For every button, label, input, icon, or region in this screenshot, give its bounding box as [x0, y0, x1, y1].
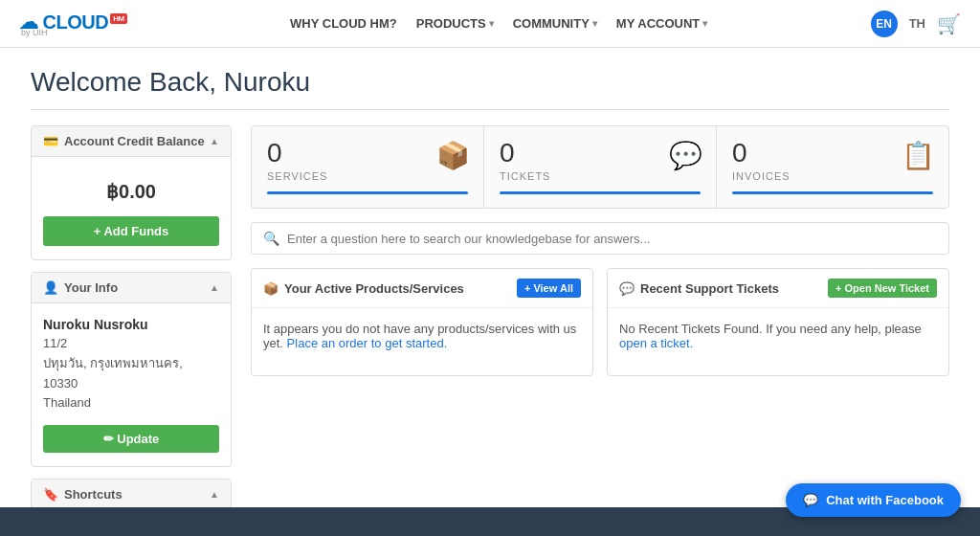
open-ticket-link[interactable]: open a ticket.: [619, 336, 693, 350]
place-order-link[interactable]: Place an order to get started.: [287, 336, 448, 350]
chat-icon: 💬: [803, 493, 818, 507]
stat-invoices: 📋 0 INVOICES: [717, 126, 948, 208]
invoices-icon: 📋: [902, 140, 935, 171]
credit-balance-collapse-icon[interactable]: ▲: [210, 136, 219, 146]
active-products-title: Your Active Products/Services: [284, 281, 464, 296]
view-all-button[interactable]: + View All: [517, 279, 581, 298]
no-tickets-text: No Recent Tickets Found. If you need any…: [619, 322, 922, 336]
products-panel-icon: 📦: [263, 281, 278, 296]
main-grid: 💳 Account Credit Balance ▲ ฿0.00 + Add F…: [31, 125, 949, 536]
address-line2: ปทุมวัน, กรุงเทพมหานคร, 10330: [43, 356, 183, 391]
nav-why-cloud[interactable]: WHY CLOUD HM?: [290, 16, 397, 31]
navbar: ☁ CLOUDHM by UIH WHY CLOUD HM? PRODUCTS …: [0, 0, 980, 48]
navbar-right: EN TH 🛒: [871, 11, 961, 37]
main-nav: WHY CLOUD HM? PRODUCTS ▾ COMMUNITY ▾ MY …: [290, 16, 707, 31]
search-icon: 🔍: [263, 231, 279, 246]
support-tickets-header: 💬 Recent Support Tickets + Open New Tick…: [608, 269, 948, 308]
shortcuts-header: 🔖 Shortcuts ▲: [32, 480, 231, 510]
shortcuts-title: Shortcuts: [64, 487, 122, 502]
services-bar: [267, 191, 468, 194]
stat-services: 📦 0 SERVICES: [252, 126, 484, 208]
support-tickets-title: Recent Support Tickets: [640, 281, 779, 296]
tickets-bar: [500, 191, 701, 194]
panels-row: 📦 Your Active Products/Services + View A…: [251, 268, 949, 376]
bookmark-icon: 🔖: [43, 487, 58, 502]
credit-balance-card: 💳 Account Credit Balance ▲ ฿0.00 + Add F…: [31, 125, 232, 260]
shortcuts-collapse-icon[interactable]: ▲: [210, 489, 219, 500]
welcome-title: Welcome Back, Nuroku: [31, 67, 949, 110]
logo[interactable]: ☁ CLOUDHM by UIH: [19, 11, 127, 37]
active-products-body: It appears you do not have any products/…: [252, 308, 592, 375]
chat-with-facebook-button[interactable]: 💬 Chat with Facebook: [786, 483, 961, 517]
tickets-label: TICKETS: [500, 170, 701, 182]
user-name: Nuroku Nusroku: [43, 317, 219, 332]
tickets-panel-icon: 💬: [619, 281, 635, 296]
credit-balance-body: ฿0.00 + Add Funds: [32, 157, 231, 259]
search-bar: 🔍: [251, 222, 949, 255]
support-tickets-body: No Recent Tickets Found. If you need any…: [608, 308, 948, 375]
person-icon: 👤: [43, 280, 58, 295]
left-sidebar: 💳 Account Credit Balance ▲ ฿0.00 + Add F…: [31, 125, 232, 536]
support-tickets-panel: 💬 Recent Support Tickets + Open New Tick…: [607, 268, 949, 376]
tickets-icon: 💬: [669, 140, 702, 171]
stats-row: 📦 0 SERVICES 💬 0 TICKETS 📋 0 INVOICES: [251, 125, 949, 209]
credit-balance-title: Account Credit Balance: [64, 134, 205, 148]
nav-my-account[interactable]: MY ACCOUNT ▾: [616, 16, 707, 31]
active-products-header: 📦 Your Active Products/Services + View A…: [252, 269, 592, 308]
update-button[interactable]: ✏ Update: [43, 425, 219, 453]
address-line1: 11/2: [43, 336, 67, 350]
active-products-panel: 📦 Your Active Products/Services + View A…: [251, 268, 593, 376]
credit-card-icon: 💳: [43, 134, 58, 148]
cart-icon[interactable]: 🛒: [937, 12, 961, 35]
address-line3: Thailand: [43, 395, 91, 410]
open-new-ticket-button[interactable]: + Open New Ticket: [828, 279, 937, 298]
page-content: Welcome Back, Nuroku 💳 Account Credit Ba…: [11, 48, 969, 536]
add-funds-button[interactable]: + Add Funds: [43, 216, 219, 246]
search-input[interactable]: [287, 232, 937, 246]
balance-amount: ฿0.00: [43, 170, 219, 216]
nav-products[interactable]: PRODUCTS ▾: [416, 16, 494, 31]
your-info-body: Nuroku Nusroku 11/2 ปทุมวัน, กรุงเทพมหาน…: [32, 303, 231, 466]
chat-label: Chat with Facebook: [826, 493, 944, 507]
lang-en-button[interactable]: EN: [871, 11, 898, 37]
your-info-header: 👤 Your Info ▲: [32, 273, 231, 303]
services-label: SERVICES: [267, 170, 468, 182]
invoices-label: INVOICES: [732, 170, 933, 182]
your-info-card: 👤 Your Info ▲ Nuroku Nusroku 11/2 ปทุมวั…: [31, 272, 232, 467]
nav-community[interactable]: COMMUNITY ▾: [513, 16, 597, 31]
user-address: 11/2 ปทุมวัน, กรุงเทพมหานคร, 10330 Thail…: [43, 334, 219, 413]
your-info-title: Your Info: [64, 280, 118, 295]
stat-tickets: 💬 0 TICKETS: [484, 126, 717, 208]
right-content: 📦 0 SERVICES 💬 0 TICKETS 📋 0 INVOICES: [251, 125, 949, 536]
invoices-bar: [732, 191, 933, 194]
your-info-collapse-icon[interactable]: ▲: [210, 282, 219, 293]
credit-balance-header: 💳 Account Credit Balance ▲: [32, 126, 231, 157]
lang-th-button[interactable]: TH: [909, 16, 925, 31]
services-icon: 📦: [436, 140, 470, 171]
